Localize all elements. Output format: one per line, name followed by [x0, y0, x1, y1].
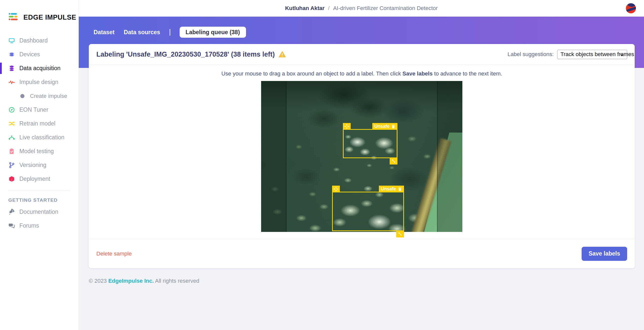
sidebar-item-impulse-design[interactable]: Impulse design: [0, 75, 78, 89]
sample-image-tray-edge: [404, 138, 451, 232]
sidebar-item-label: Data acquisition: [19, 65, 61, 72]
label-suggestions-select[interactable]: Track objects between frames: [557, 50, 627, 59]
breadcrumb-separator: /: [328, 5, 330, 12]
save-labels-button[interactable]: Save labels: [582, 247, 627, 261]
labeling-instruction: Use your mouse to drag a box around an o…: [89, 70, 635, 77]
sidebar-item-versioning[interactable]: Versioning: [0, 158, 78, 172]
tab-dataset[interactable]: Dataset: [94, 27, 114, 38]
resize-handle-icon[interactable]: [390, 158, 397, 164]
sidebar-item-label: Retrain model: [19, 120, 55, 127]
page: EDGE IMPULSE Dashboard Devices Data acqu…: [0, 0, 644, 330]
rights-text: All rights reserved: [155, 278, 199, 284]
edge-impulse-logo-icon: [8, 12, 19, 23]
sidebar-item-eon-tuner[interactable]: EON Tuner: [0, 103, 78, 117]
bullet-icon: [19, 93, 26, 99]
sidebar-item-forums[interactable]: Forums: [0, 219, 78, 233]
edge-impulse-logo[interactable]: EDGE IMPULSE: [0, 0, 78, 27]
sidebar-item-label: Impulse design: [19, 79, 58, 86]
sidebar-item-live-classification[interactable]: Live classification: [0, 131, 78, 144]
database-icon: [8, 65, 15, 72]
sidebar-nav: Dashboard Devices Data acquisition Impul…: [0, 34, 78, 233]
box-label-tab[interactable]: Unsafe: [379, 186, 404, 192]
sidebar-item-label: Model testing: [19, 148, 54, 155]
site-footer: © 2023 EdgeImpulse Inc. All rights reser…: [89, 278, 644, 284]
sidebar-item-label: Deployment: [19, 176, 50, 182]
move-handle-icon[interactable]: [343, 123, 351, 130]
breadcrumb-user[interactable]: Kutluhan Aktar: [285, 5, 325, 12]
chip-icon: [8, 51, 15, 58]
rocket-icon: [8, 209, 15, 215]
box-label: Unsafe: [374, 124, 389, 129]
move-handle-icon[interactable]: [332, 186, 340, 192]
labeling-card-header: Labeling 'Unsafe_IMG_20230530_170528' (3…: [89, 44, 635, 65]
sidebar: EDGE IMPULSE Dashboard Devices Data acqu…: [0, 0, 79, 330]
sidebar-item-label: Live classification: [19, 134, 64, 141]
sidebar-item-label: Create impulse: [30, 93, 67, 99]
sidebar-item-label: Documentation: [19, 209, 58, 215]
sidebar-item-label: Dashboard: [19, 37, 48, 44]
sidebar-item-label: Forums: [19, 222, 39, 229]
labeling-title: Labeling 'Unsafe_IMG_20230530_170528' (3…: [96, 51, 275, 58]
logo-text: EDGE IMPULSE: [23, 14, 76, 21]
tab-labeling-queue[interactable]: Labeling queue (38): [180, 27, 246, 38]
labeling-card: Labeling 'Unsafe_IMG_20230530_170528' (3…: [89, 44, 635, 268]
breadcrumb: Kutluhan Aktar / AI-driven Fertilizer Co…: [285, 5, 438, 12]
git-branch-icon: [8, 162, 15, 169]
box-label: Unsafe: [381, 186, 396, 192]
box-label-tab[interactable]: Unsafe: [372, 123, 397, 130]
trash-icon[interactable]: [398, 187, 402, 191]
edgeimpulse-link[interactable]: EdgeImpulse Inc.: [108, 278, 154, 284]
bounding-box-unsafe-1[interactable]: Unsafe: [343, 129, 397, 158]
sidebar-item-devices[interactable]: Devices: [0, 48, 78, 61]
warning-icon[interactable]: [279, 51, 286, 58]
sidebar-item-documentation[interactable]: Documentation: [0, 205, 78, 219]
sidebar-item-data-acquisition[interactable]: Data acquisition: [0, 61, 78, 75]
copyright-text: © 2023: [89, 278, 107, 284]
sidebar-item-dashboard[interactable]: Dashboard: [0, 34, 78, 48]
shuffle-icon: [8, 120, 15, 127]
dashboard-icon: [8, 37, 15, 44]
top-header: Kutluhan Aktar / AI-driven Fertilizer Co…: [79, 0, 644, 17]
sidebar-item-deployment[interactable]: Deployment: [0, 172, 78, 186]
chevron-down-icon: [619, 52, 625, 58]
sample-image-canvas[interactable]: Unsafe Unsafe: [261, 81, 462, 232]
sidebar-section-getting-started: GETTING STARTED: [0, 191, 78, 205]
label-suggestions-label: Label suggestions:: [508, 51, 554, 58]
tab-data-sources[interactable]: Data sources: [124, 27, 160, 38]
user-avatar[interactable]: [626, 3, 636, 13]
cube-icon: [8, 176, 15, 182]
compass-icon: [8, 106, 15, 113]
sidebar-item-label: Devices: [19, 51, 40, 58]
sidebar-item-retrain-model[interactable]: Retrain model: [0, 117, 78, 131]
bounding-box-unsafe-2[interactable]: Unsafe: [332, 192, 404, 231]
bezier-nodes-icon: [8, 134, 15, 141]
tab-divider: [170, 29, 170, 36]
labeling-card-body: Use your mouse to drag a box around an o…: [89, 65, 635, 232]
chat-bubbles-icon: [8, 222, 15, 229]
main-area: Kutluhan Aktar / AI-driven Fertilizer Co…: [79, 0, 644, 330]
breadcrumb-project[interactable]: AI-driven Fertilizer Contamination Detec…: [333, 5, 438, 12]
waveform-icon: [8, 79, 15, 86]
labeling-card-footer: Delete sample Save labels: [89, 239, 635, 268]
sidebar-item-create-impulse[interactable]: Create impulse: [0, 89, 78, 103]
sidebar-item-label: Versioning: [19, 162, 46, 169]
delete-sample-link[interactable]: Delete sample: [96, 251, 132, 257]
dataset-tabs: Dataset Data sources Labeling queue (38): [79, 17, 644, 38]
sidebar-item-label: EON Tuner: [19, 106, 48, 113]
clipboard-check-icon: [8, 148, 15, 155]
trash-icon[interactable]: [391, 124, 395, 129]
sidebar-item-model-testing[interactable]: Model testing: [0, 144, 78, 158]
resize-handle-icon[interactable]: [396, 231, 404, 237]
